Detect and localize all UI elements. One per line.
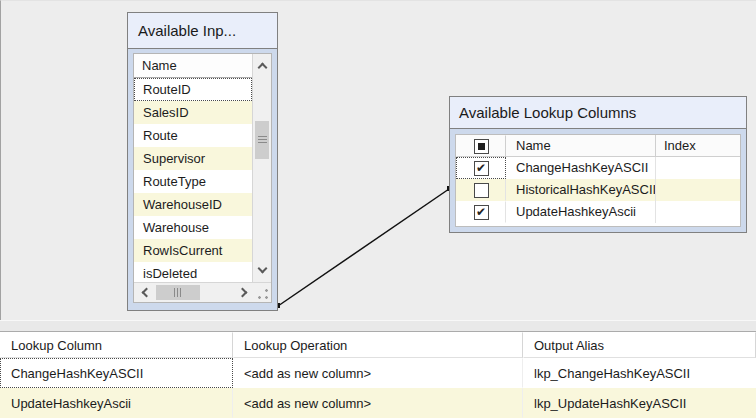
lookup-index-column-header: Index bbox=[656, 135, 740, 157]
input-column-row[interactable]: Warehouse bbox=[134, 216, 252, 239]
unchecked-checkbox[interactable] bbox=[474, 183, 489, 198]
available-lookup-columns-title[interactable]: Available Lookup Columns bbox=[450, 97, 746, 129]
vertical-scroll-track[interactable] bbox=[253, 77, 271, 259]
mapping-table-row: UpdateHashkeyAscii<add as new column>lkp… bbox=[0, 388, 756, 418]
input-column-row[interactable]: RouteType bbox=[134, 170, 252, 193]
input-column-row[interactable]: RowIsCurrent bbox=[134, 239, 252, 262]
lookup-column-name[interactable]: ChangeHashKeyASCII bbox=[506, 157, 656, 179]
input-column-row[interactable]: isDeleted bbox=[134, 262, 252, 282]
horizontal-scroll-thumb[interactable] bbox=[156, 285, 200, 300]
lookup-column-index bbox=[656, 157, 740, 179]
diagram-canvas: Available Inp... Name RouteIDSalesIDRout… bbox=[0, 0, 756, 320]
checked-checkbox[interactable]: ✔ bbox=[474, 161, 489, 176]
mapping-table-header-row: Lookup Column Lookup Operation Output Al… bbox=[0, 332, 756, 358]
checked-checkbox[interactable]: ✔ bbox=[474, 205, 489, 220]
output-alias-cell[interactable]: lkp_ChangeHashKeyASCII bbox=[523, 358, 756, 388]
lookup-columns-list: Name Index ✔ChangeHashKeyASCIIHistorical… bbox=[455, 134, 741, 227]
scroll-left-button[interactable] bbox=[134, 283, 154, 302]
chevron-left-icon bbox=[141, 288, 151, 298]
input-column-row[interactable]: Route bbox=[134, 124, 252, 147]
lookup-operation-header: Lookup Operation bbox=[233, 332, 523, 358]
checkmark-icon: ✔ bbox=[476, 206, 486, 218]
lookup-column-name[interactable]: HistoricalHashKeyASCII bbox=[506, 179, 656, 201]
input-column-row[interactable]: SalesID bbox=[134, 101, 252, 124]
lookup-column-row[interactable]: ✔UpdateHashkeyAscii bbox=[456, 201, 740, 223]
input-columns-list: Name RouteIDSalesIDRouteSupervisorRouteT… bbox=[133, 53, 272, 303]
lookup-name-column-header: Name bbox=[506, 135, 656, 157]
vertical-scroll-thumb[interactable] bbox=[255, 121, 269, 159]
lookup-row-checkbox-cell bbox=[456, 179, 506, 201]
lookup-row-checkbox-cell: ✔ bbox=[456, 157, 506, 179]
lookup-column-cell[interactable]: UpdateHashkeyAscii bbox=[0, 388, 233, 418]
available-lookup-columns-panel: Available Lookup Columns Name Index ✔Cha… bbox=[449, 96, 747, 233]
lookup-column-header: Lookup Column bbox=[0, 332, 233, 358]
lookup-column-cell[interactable]: ChangeHashKeyASCII bbox=[0, 358, 233, 388]
lookup-column-row[interactable]: ✔ChangeHashKeyASCII bbox=[456, 157, 740, 179]
lookup-operation-cell[interactable]: <add as new column> bbox=[233, 388, 523, 418]
chevron-up-icon bbox=[257, 63, 267, 73]
chevron-right-icon bbox=[237, 288, 247, 298]
scroll-up-button[interactable] bbox=[253, 54, 271, 77]
chevron-down-icon bbox=[257, 264, 267, 274]
lookup-column-row[interactable]: HistoricalHashKeyASCII bbox=[456, 179, 740, 201]
scroll-down-button[interactable] bbox=[253, 259, 271, 282]
lookup-columns-header-row: Name Index bbox=[456, 135, 740, 157]
checkmark-icon: ✔ bbox=[476, 162, 486, 174]
lookup-mapping-table: Lookup Column Lookup Operation Output Al… bbox=[0, 332, 756, 420]
output-alias-header: Output Alias bbox=[523, 332, 756, 358]
filled-square-icon bbox=[478, 143, 485, 150]
available-input-columns-title[interactable]: Available Inp... bbox=[128, 13, 277, 49]
horizontal-scroll-track[interactable] bbox=[154, 283, 234, 302]
vertical-scrollbar[interactable] bbox=[252, 54, 271, 282]
panel-resize-grip[interactable] bbox=[254, 283, 271, 302]
lookup-column-index bbox=[656, 201, 740, 223]
output-alias-cell[interactable]: lkp_UpdateHashKeyASCII bbox=[523, 388, 756, 418]
horizontal-scrollbar[interactable] bbox=[134, 282, 271, 302]
grip-lines-icon bbox=[258, 136, 267, 144]
select-all-checkbox-cell bbox=[456, 135, 506, 157]
input-columns-name-header: Name bbox=[134, 54, 252, 78]
select-all-checkbox[interactable] bbox=[474, 139, 489, 154]
scroll-right-button[interactable] bbox=[234, 283, 254, 302]
canvas-table-divider bbox=[0, 320, 756, 332]
input-column-row[interactable]: Supervisor bbox=[134, 147, 252, 170]
lookup-column-name[interactable]: UpdateHashkeyAscii bbox=[506, 201, 656, 223]
lookup-operation-cell[interactable]: <add as new column> bbox=[233, 358, 523, 388]
lookup-row-checkbox-cell: ✔ bbox=[456, 201, 506, 223]
lookup-column-index bbox=[656, 179, 740, 201]
input-column-row[interactable]: RouteID bbox=[134, 78, 252, 101]
mapping-table-row: ChangeHashKeyASCII<add as new column>lkp… bbox=[0, 358, 756, 388]
lookup-editor-screen: Available Inp... Name RouteIDSalesIDRout… bbox=[0, 0, 756, 420]
available-input-columns-panel: Available Inp... Name RouteIDSalesIDRout… bbox=[127, 12, 278, 311]
resize-grip-icon bbox=[257, 288, 269, 300]
grip-lines-icon bbox=[174, 288, 183, 297]
input-column-row[interactable]: WarehouseID bbox=[134, 193, 252, 216]
